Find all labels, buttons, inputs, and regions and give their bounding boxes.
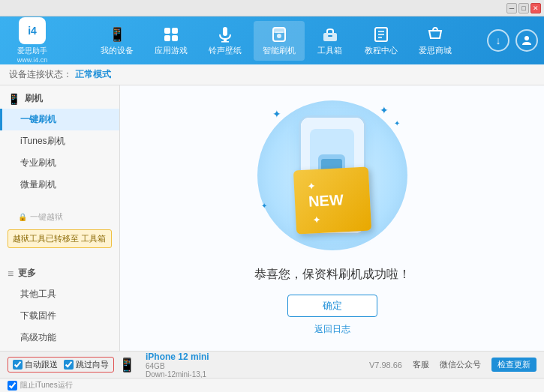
bottom-right: V7.98.66 客服 微信公众号 检查更新 <box>369 358 536 372</box>
sidebar-item-advanced[interactable]: 高级功能 <box>0 327 119 349</box>
restore-button[interactable]: □ <box>518 3 529 13</box>
main-wrapper: 设备连接状态： 正常模式 📱 刷机 一键刷机 iTunes刷机 专业刷机 <box>0 64 544 392</box>
success-illustration: ✦ ✦ ✦ ✦ <box>257 100 407 255</box>
sidebar-grayed-jailbreak: 🔒 一键越狱 <box>0 208 119 226</box>
sidebar-category-flash: 📱 刷机 <box>0 88 119 109</box>
sidebar-section-flash: 📱 刷机 一键刷机 iTunes刷机 专业刷机 微量刷机 <box>0 85 119 199</box>
bottom-left: 自动跟送 跳过向导 📱 iPhone 12 mini 64GB Down-12m… <box>8 352 209 379</box>
skip-wizard-checkbox[interactable]: 跳过向导 <box>64 359 109 370</box>
nav-label-smart-flash: 智能刷机 <box>263 45 296 56</box>
sidebar-item-download-firmware[interactable]: 下载固件 <box>0 305 119 327</box>
auto-follow-label: 自动跟送 <box>25 359 58 370</box>
nav-item-ringtones[interactable]: 铃声壁纸 <box>200 21 251 61</box>
nav-label-apps: 应用游戏 <box>155 45 188 56</box>
mall-icon <box>426 25 444 43</box>
sparkle-3: ✦ <box>394 119 400 127</box>
checkbox-area: 自动跟送 跳过向导 <box>8 357 114 373</box>
status-label: 设备连接状态： <box>9 68 72 81</box>
svg-rect-5 <box>224 39 227 41</box>
nav-label-toolbox: 工具箱 <box>317 45 342 56</box>
svg-point-9 <box>277 34 281 38</box>
customer-service-link[interactable]: 客服 <box>413 359 429 370</box>
sidebar-item-other-tools[interactable]: 其他工具 <box>0 283 119 305</box>
sidebar: 📱 刷机 一键刷机 iTunes刷机 专业刷机 微量刷机 <box>0 85 120 351</box>
wechat-official-link[interactable]: 微信公众号 <box>440 359 481 370</box>
bottom-section: 自动跟送 跳过向导 📱 iPhone 12 mini 64GB Down-12m… <box>0 351 544 392</box>
svg-rect-1 <box>172 28 178 34</box>
svg-rect-2 <box>164 35 170 41</box>
version-text: V7.98.66 <box>369 361 402 370</box>
nav-label-ringtones: 铃声壁纸 <box>209 45 242 56</box>
sparkle-4: ✦ <box>261 202 267 210</box>
sidebar-item-pro-flash[interactable]: 专业刷机 <box>0 152 119 174</box>
nav-item-toolbox[interactable]: 工具箱 <box>308 21 353 61</box>
nav-item-tutorials[interactable]: 教程中心 <box>356 21 407 61</box>
device-model: Down-12mini-13,1 <box>146 370 209 379</box>
device-details: iPhone 12 mini 64GB Down-12mini-13,1 <box>146 352 209 379</box>
ringtones-icon <box>216 25 234 43</box>
content-area: 📱 刷机 一键刷机 iTunes刷机 专业刷机 微量刷机 <box>0 85 544 351</box>
sidebar-item-one-click-flash[interactable]: 一键刷机 <box>0 109 119 130</box>
nav-label-my-device: 我的设备 <box>101 45 134 56</box>
confirm-button[interactable]: 确定 <box>287 295 377 317</box>
auto-follow-input[interactable] <box>13 360 23 370</box>
apps-icon <box>162 25 180 43</box>
sparkle-2: ✦ <box>380 104 389 116</box>
nav-item-smart-flash[interactable]: 智能刷机 <box>254 21 305 61</box>
sidebar-note-jailbreak: 越狱工具已转移至 工具箱 <box>8 229 112 248</box>
top-nav: i4 爱思助手 www.i4.cn 📱 我的设备 应用游戏 <box>0 16 544 64</box>
skip-wizard-label: 跳过向导 <box>76 359 109 370</box>
download-button[interactable]: ↓ <box>487 29 509 52</box>
auto-follow-checkbox[interactable]: 自动跟送 <box>13 359 58 370</box>
device-name: iPhone 12 mini <box>146 352 209 362</box>
itunes-status: 阻止iTunes运行 <box>0 378 544 392</box>
sidebar-section-jailbreak: 🔒 一键越狱 越狱工具已转移至 工具箱 <box>0 205 119 254</box>
svg-point-13 <box>524 36 529 40</box>
sparkle-1: ✦ <box>272 108 281 120</box>
minimize-button[interactable]: ─ <box>506 3 517 13</box>
close-button[interactable]: ✕ <box>530 3 541 13</box>
itunes-checkbox[interactable] <box>8 381 17 391</box>
svg-rect-3 <box>172 35 178 41</box>
smart-flash-icon <box>270 25 288 43</box>
tutorials-icon <box>372 25 390 43</box>
skip-wizard-input[interactable] <box>64 360 74 370</box>
nav-item-apps-games[interactable]: 应用游戏 <box>146 21 197 61</box>
title-bar: ─ □ ✕ <box>0 0 544 16</box>
logo-icon: i4 <box>19 17 46 44</box>
sidebar-category-more: ≡ 更多 <box>0 263 119 283</box>
nav-right: ↓ <box>487 29 538 52</box>
nav-label-tutorials: 教程中心 <box>365 45 398 56</box>
sidebar-item-itunes-flash[interactable]: iTunes刷机 <box>0 130 119 152</box>
svg-rect-0 <box>164 28 170 34</box>
lock-icon: 🔒 <box>18 213 27 221</box>
device-phone-icon: 📱 <box>119 357 135 373</box>
device-icon: 📱 <box>108 25 126 43</box>
account-button[interactable] <box>515 29 538 52</box>
svg-rect-11 <box>328 35 332 37</box>
update-button[interactable]: 检查更新 <box>491 358 536 372</box>
logo[interactable]: i4 爱思助手 www.i4.cn <box>6 17 59 64</box>
nav-label-mall: 爱思商城 <box>419 45 452 56</box>
svg-rect-10 <box>323 33 337 41</box>
success-title: 恭喜您，保资料刷机成功啦！ <box>254 267 410 283</box>
nav-item-mall[interactable]: 爱思商城 <box>410 21 461 61</box>
new-badge: NEW <box>293 166 371 234</box>
more-category-icon: ≡ <box>8 268 14 280</box>
bottom-bar: 自动跟送 跳过向导 📱 iPhone 12 mini 64GB Down-12m… <box>0 351 544 378</box>
nav-item-my-device[interactable]: 📱 我的设备 <box>92 21 143 61</box>
main-panel: ✦ ✦ ✦ ✦ <box>120 85 544 351</box>
status-bar: 设备连接状态： 正常模式 <box>0 64 544 85</box>
device-info: 📱 iPhone 12 mini 64GB Down-12mini-13,1 <box>119 352 209 379</box>
svg-rect-6 <box>221 41 229 43</box>
device-storage: 64GB <box>146 362 209 370</box>
logo-text: 爱思助手 www.i4.cn <box>17 46 48 64</box>
itunes-checkbox-label[interactable]: 阻止iTunes运行 <box>8 380 536 391</box>
back-link[interactable]: 返回日志 <box>314 323 350 336</box>
toolbox-icon <box>321 25 339 43</box>
sidebar-section-more: ≡ 更多 其他工具 下载固件 高级功能 <box>0 260 119 351</box>
status-value: 正常模式 <box>75 68 111 81</box>
sidebar-item-micro-flash[interactable]: 微量刷机 <box>0 174 119 196</box>
nav-items: 📱 我的设备 应用游戏 <box>71 21 481 61</box>
svg-rect-4 <box>223 27 227 36</box>
